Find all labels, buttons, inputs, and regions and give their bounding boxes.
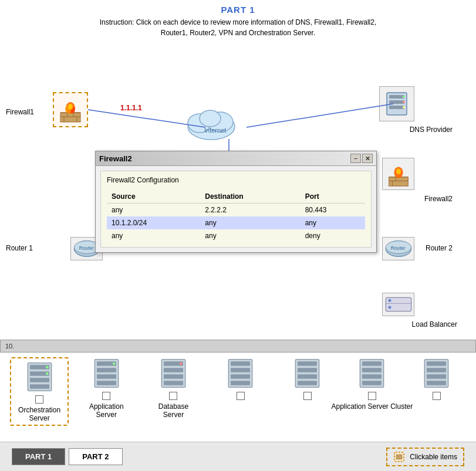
router2-device[interactable]: Router: [382, 237, 414, 260]
svg-rect-73: [362, 361, 382, 365]
orchestration-label: OrchestrationServer: [18, 406, 60, 422]
svg-point-17: [200, 110, 221, 127]
app-cluster-servers: [278, 357, 466, 400]
app-server-cluster-group: Application Server Cluster: [278, 357, 466, 411]
part2-button[interactable]: PART 2: [69, 448, 122, 465]
svg-rect-65: [231, 374, 250, 378]
config-label: Firewall2 Configuration: [107, 176, 365, 184]
firewall2-modal[interactable]: Firewall2 − ✕ Firewall2 Configuration So…: [95, 151, 377, 253]
svg-rect-76: [362, 381, 382, 385]
network-label: 10.: [5, 343, 14, 350]
clickable-legend: Clickable items: [386, 448, 464, 466]
firewall2-device[interactable]: [382, 158, 414, 190]
load-balancer-icon: [384, 294, 413, 315]
table-row: any any deny: [107, 229, 365, 242]
database-server-icon: [157, 357, 190, 389]
orchestration-server-icon: [23, 361, 56, 393]
cluster-a-checkbox[interactable]: [303, 392, 312, 400]
cluster-server-b-icon: [356, 357, 388, 389]
svg-rect-26: [389, 177, 408, 185]
orchestration-checkbox[interactable]: [35, 395, 43, 404]
svg-rect-69: [298, 368, 317, 372]
svg-rect-52: [97, 368, 116, 372]
application-server[interactable]: ApplicationServer: [77, 357, 136, 419]
unnamed-server-1[interactable]: [211, 357, 270, 402]
router1-label: Router 1: [6, 244, 33, 252]
bottom-bar: PART 1 PART 2 Clickable items: [0, 442, 476, 471]
internet-icon: Internet: [182, 102, 241, 143]
svg-rect-66: [231, 381, 250, 385]
unnamed1-checkbox[interactable]: [237, 392, 245, 400]
source-any: any: [107, 204, 200, 217]
part-title: PART 1: [12, 5, 464, 15]
dest-any: any: [200, 216, 300, 229]
part-buttons: PART 1 PART 2: [12, 448, 123, 465]
database-server[interactable]: DatabaseServer: [144, 357, 202, 419]
svg-rect-63: [231, 361, 250, 365]
svg-point-23: [403, 96, 405, 98]
svg-rect-58: [164, 368, 183, 372]
minimize-button[interactable]: −: [350, 154, 361, 163]
clickable-icon: [393, 451, 405, 463]
port-80: 80.443: [301, 204, 365, 217]
svg-rect-20: [389, 95, 404, 99]
firewall1-icon: [56, 95, 85, 124]
svg-rect-70: [298, 374, 317, 378]
db-server-label: DatabaseServer: [158, 402, 188, 419]
svg-rect-22: [389, 106, 404, 109]
svg-rect-53: [97, 374, 116, 378]
modal-controls[interactable]: − ✕: [350, 154, 373, 163]
orchestration-server[interactable]: OrchestrationServer: [10, 357, 69, 426]
cluster-b-checkbox[interactable]: [368, 392, 376, 400]
table-row: 10.1.2.0/24 any any: [107, 216, 365, 229]
port-any: any: [301, 216, 365, 229]
internet-cloud: Internet: [182, 102, 241, 145]
svg-point-42: [388, 306, 391, 309]
svg-rect-80: [427, 374, 446, 378]
ip-label: 1.1.1.1: [120, 104, 142, 112]
network-bar: 10.: [0, 340, 476, 353]
svg-point-13: [68, 104, 73, 110]
firewall1-device[interactable]: [53, 92, 88, 127]
svg-text:Router: Router: [79, 245, 93, 251]
dns-provider-device[interactable]: [379, 86, 414, 121]
svg-rect-71: [298, 381, 317, 385]
app-server-label: ApplicationServer: [89, 402, 124, 419]
source-any2: any: [107, 229, 200, 242]
cluster-server-a[interactable]: [278, 357, 337, 400]
part1-button[interactable]: PART 1: [12, 448, 65, 465]
router2-icon: Router: [384, 238, 413, 259]
svg-rect-74: [362, 368, 382, 372]
source-subnet: 10.1.2.0/24: [107, 216, 200, 229]
svg-point-55: [113, 362, 116, 365]
cluster-server-c-icon: [420, 357, 453, 389]
dest-ip: 2.2.2.2: [200, 204, 300, 217]
cluster-server-b[interactable]: [343, 357, 401, 400]
svg-rect-79: [427, 368, 446, 372]
port-deny: deny: [301, 229, 365, 242]
firewall2-icon: [384, 160, 413, 188]
dns-provider-label: DNS Provider: [410, 126, 453, 134]
firewall-table: Source Destination Port any 2.2.2.2 80.4…: [107, 190, 365, 242]
svg-text:Internet: Internet: [204, 127, 226, 134]
application-server-icon: [90, 357, 123, 389]
diagram: 1.1.1.1 Firewall1 Internet: [0, 40, 476, 445]
modal-body: Firewall2 Configuration Source Destinati…: [100, 171, 372, 248]
db-server-checkbox[interactable]: [169, 392, 177, 400]
cluster-server-a-icon: [291, 357, 323, 389]
close-button[interactable]: ✕: [362, 154, 373, 163]
col-port: Port: [301, 190, 365, 204]
app-server-checkbox[interactable]: [102, 392, 110, 400]
svg-rect-46: [30, 378, 49, 382]
svg-rect-64: [231, 368, 250, 372]
modal-titlebar: Firewall2 − ✕: [96, 151, 376, 166]
svg-rect-75: [362, 374, 382, 378]
table-row: any 2.2.2.2 80.443: [107, 204, 365, 217]
svg-point-24: [403, 101, 405, 103]
col-destination: Destination: [200, 190, 300, 204]
unnamed-server-1-icon: [224, 357, 256, 389]
dest-any2: any: [200, 229, 300, 242]
cluster-c-checkbox[interactable]: [433, 392, 441, 400]
cluster-server-c[interactable]: [407, 357, 466, 400]
load-balancer-device[interactable]: [382, 293, 414, 316]
